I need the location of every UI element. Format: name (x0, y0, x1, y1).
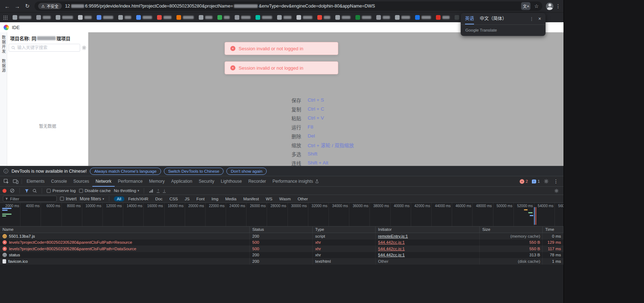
filter-chip[interactable]: Other (295, 196, 311, 201)
filter-chip[interactable]: Manifest (240, 196, 262, 201)
bookmark-item[interactable] (157, 15, 171, 20)
translate-close-icon[interactable]: × (538, 16, 541, 22)
bookmark-item[interactable] (176, 15, 194, 20)
filter-chip[interactable]: Doc (152, 196, 165, 201)
network-request-row[interactable]: favicon.ico 200 text/html Other (disk ca… (0, 258, 564, 265)
devtools-tab[interactable]: Network (92, 176, 115, 187)
column-header[interactable]: Type (313, 227, 376, 233)
filter-chip[interactable]: Wasm (276, 196, 294, 201)
disable-cache-checkbox[interactable]: Disable cache (79, 188, 111, 193)
network-request-row[interactable]: status 200 xhr 544.442cc.js:1 313 B 78 m… (0, 252, 564, 258)
bookmark-item[interactable] (36, 15, 51, 20)
filter-input[interactable] (10, 197, 55, 201)
forward-button[interactable]: → (12, 3, 22, 9)
column-header[interactable]: Status (250, 227, 313, 233)
inspect-element-icon[interactable] (1, 178, 11, 185)
bookmark-item[interactable] (436, 15, 450, 20)
filter-chip[interactable]: WS (263, 196, 275, 201)
more-filters-dropdown[interactable]: More filters ▾ (80, 196, 104, 201)
bookmark-item[interactable] (376, 15, 390, 20)
infobar-button[interactable]: Always match Chrome's language (90, 168, 161, 175)
bookmark-item[interactable] (317, 15, 330, 20)
translate-menu-icon[interactable]: ⋮ (529, 16, 534, 22)
devtools-tab[interactable]: Recorder (245, 176, 269, 187)
column-header[interactable]: Initiator (376, 227, 480, 233)
import-har-icon[interactable]: ↑ (157, 188, 160, 193)
devtools-tab[interactable]: Security (196, 176, 217, 187)
bookmark-item[interactable] (256, 15, 272, 20)
request-initiator[interactable]: 544.442cc.js:1 (378, 240, 405, 244)
devtools-tab[interactable]: Console (48, 176, 70, 187)
column-header[interactable]: Name (0, 227, 250, 233)
infobar-button[interactable]: Don't show again (226, 168, 267, 175)
bookmark-item[interactable] (78, 15, 92, 20)
bookmark-item[interactable] (335, 15, 350, 20)
search-box[interactable] (9, 44, 80, 52)
profile-avatar[interactable] (546, 3, 553, 10)
bookmark-star-icon[interactable]: ☆ (534, 3, 539, 9)
not-secure-chip[interactable]: ⚠ 不安全 (38, 3, 62, 9)
devtools-tab[interactable]: Elements (23, 176, 48, 187)
filter-toggle-icon[interactable] (24, 188, 29, 193)
request-initiator[interactable]: Other (378, 259, 388, 264)
translate-tab-english[interactable]: 英语 (465, 13, 474, 24)
bookmark-item[interactable] (56, 15, 73, 20)
translate-icon[interactable]: 文A (521, 2, 530, 10)
infobar-button[interactable]: Switch DevTools to Chinese (164, 168, 224, 175)
column-header[interactable]: Size (480, 227, 543, 233)
filter-chip[interactable]: Fetch/XHR (125, 196, 151, 201)
apps-grid-icon[interactable] (3, 15, 8, 20)
devtools-tab[interactable]: Lighthouse (217, 176, 245, 187)
bookmark-item[interactable] (235, 15, 250, 20)
request-initiator[interactable]: remoteEntry.js:1 (378, 234, 408, 238)
clear-button[interactable] (10, 188, 15, 193)
network-search-icon[interactable] (32, 188, 37, 193)
preserve-log-checkbox[interactable]: Preserve log (47, 188, 76, 193)
issues-badge[interactable]: ! 1 (532, 179, 540, 183)
tab-performance-insights[interactable]: Performance insights (269, 176, 322, 187)
network-settings-gear-icon[interactable] (554, 188, 559, 193)
rail-item[interactable]: 数据源 (1, 59, 6, 73)
network-conditions-icon[interactable] (149, 188, 153, 193)
translate-tab-chinese[interactable]: 中文（简体） (480, 13, 507, 24)
bookmark-item[interactable] (415, 15, 431, 20)
bookmark-item[interactable] (277, 15, 291, 20)
filter-chip[interactable]: Media (222, 196, 239, 201)
devtools-tab[interactable]: Memory (146, 176, 168, 187)
filter-chip[interactable]: CSS (166, 196, 181, 201)
network-request-row[interactable]: 5501.13ba7.js 200 script remoteEntry.js:… (0, 233, 564, 239)
network-request-row[interactable]: levels?projectCode=8002502305280&parentC… (0, 246, 564, 252)
bookmark-item[interactable] (136, 15, 152, 20)
request-initiator[interactable]: 544.442cc.js:1 (378, 247, 405, 251)
search-input[interactable] (17, 45, 78, 50)
bookmark-item[interactable] (97, 15, 113, 20)
bookmark-item[interactable] (217, 15, 230, 20)
devtools-tab[interactable]: Sources (70, 176, 92, 187)
address-bar[interactable]: ⚠ 不安全 12 6:9595/prjdevide/index.html?pro… (34, 1, 542, 11)
bookmark-item[interactable] (13, 15, 31, 20)
record-button[interactable] (3, 189, 6, 193)
invert-checkbox[interactable]: Invert (60, 196, 77, 201)
filter-chip[interactable]: JS (182, 196, 192, 201)
devtools-tab[interactable]: Application (168, 176, 196, 187)
network-request-row[interactable]: levels?projectCode=8002502305280&parentC… (0, 239, 564, 246)
editor-canvas[interactable]: × Session invalid or not logged in × Ses… (88, 32, 564, 166)
column-header[interactable]: Time (543, 227, 564, 233)
network-overview-timeline[interactable]: 2000 ms 4000 ms 6000 ms 8000 ms 10000 ms… (0, 203, 564, 227)
filter-chip[interactable]: Img (208, 196, 221, 201)
request-initiator[interactable]: 544.442cc.js:1 (378, 253, 405, 257)
back-button[interactable]: ← (2, 3, 12, 9)
reload-button[interactable]: ↻ (22, 3, 32, 9)
rail-item[interactable]: 数据开发 (1, 35, 6, 54)
bookmark-item[interactable] (199, 15, 212, 20)
bookmark-item[interactable] (296, 15, 312, 20)
filter-input-box[interactable] (3, 196, 57, 202)
device-toolbar-icon[interactable] (11, 178, 20, 185)
bookmark-item[interactable] (355, 15, 371, 20)
console-error-badge[interactable]: × 2 (520, 179, 528, 184)
devtools-kebab-icon[interactable]: ⋮ (553, 178, 559, 184)
devtools-settings-gear-icon[interactable] (544, 179, 549, 184)
devtools-tab[interactable]: Performance (115, 176, 146, 187)
bookmark-item[interactable] (395, 15, 410, 20)
panel-settings-gear-icon[interactable] (82, 45, 87, 50)
